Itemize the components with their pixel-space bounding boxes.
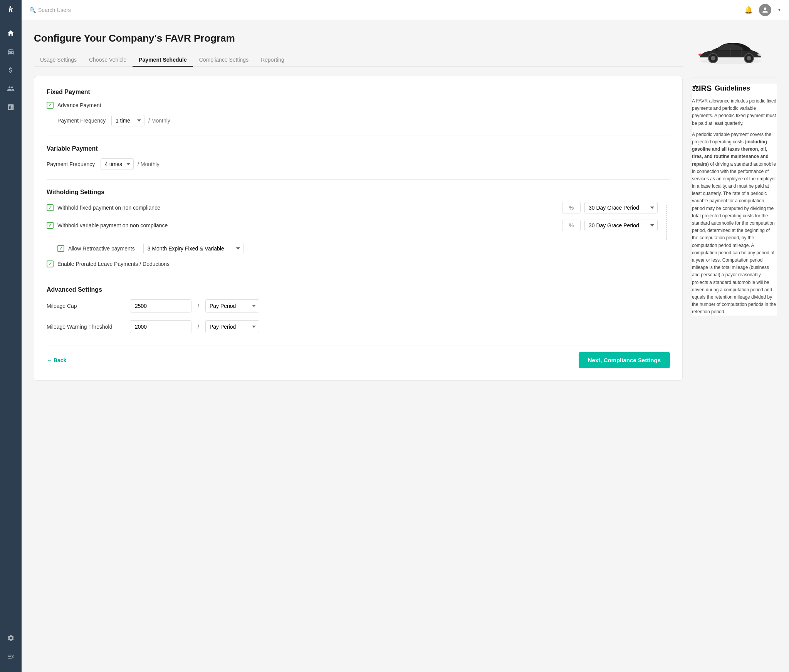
advance-payment-checkbox[interactable] xyxy=(47,102,54,109)
advanced-title: Advanced Settings xyxy=(47,286,670,293)
variable-frequency-row: Payment Frequency 1 time 2 times 4 times… xyxy=(47,158,670,170)
fixed-frequency-select[interactable]: 1 time 2 times 4 times xyxy=(111,115,144,126)
sidebar-item-home[interactable] xyxy=(3,25,18,41)
irs-header: ⚖IRS Guidelines xyxy=(692,84,777,93)
sidebar-item-users[interactable] xyxy=(3,81,18,96)
mileage-cap-input[interactable] xyxy=(130,299,191,312)
page-title: Configure Your Company's FAVR Program xyxy=(34,32,683,44)
content-area: Configure Your Company's FAVR Program Us… xyxy=(22,20,789,672)
tab-compliance-settings[interactable]: Compliance Settings xyxy=(193,54,255,67)
main-content: Configure Your Company's FAVR Program Us… xyxy=(34,32,683,660)
fixed-withhold-row: Withhold fixed payment on non compliance… xyxy=(47,202,658,213)
sidebar-item-vehicles[interactable] xyxy=(3,44,18,59)
variable-grace-select[interactable]: 30 Day Grace Period 60 Day Grace Period … xyxy=(584,220,658,231)
tab-reporting[interactable]: Reporting xyxy=(255,54,290,67)
mileage-warning-row: Mileage Warning Threshold / Pay Period M… xyxy=(47,320,670,333)
prorated-checkbox[interactable] xyxy=(47,260,54,267)
main-container: 🔍 Search Users 🔔 ▼ Configure Your Compan… xyxy=(22,0,789,672)
bell-icon[interactable]: 🔔 xyxy=(744,6,753,14)
mileage-warning-input[interactable] xyxy=(130,320,191,333)
svg-point-4 xyxy=(747,56,751,60)
variable-percent-input[interactable] xyxy=(562,220,581,231)
variable-payment-title: Variable Payment xyxy=(47,145,670,152)
fixed-payment-section: Fixed Payment Advance Payment Payment Fr… xyxy=(47,89,670,126)
search-label: Search Users xyxy=(38,7,71,13)
irs-title: Guidelines xyxy=(715,84,750,92)
tab-usage-settings[interactable]: Usage Settings xyxy=(34,54,83,67)
sidebar: k xyxy=(0,0,22,672)
tab-payment-schedule[interactable]: Payment Schedule xyxy=(133,54,193,67)
mileage-cap-row: Mileage Cap / Pay Period Monthly Quarter… xyxy=(47,299,670,312)
sidebar-item-finance[interactable] xyxy=(3,62,18,78)
variable-payment-section: Variable Payment Payment Frequency 1 tim… xyxy=(47,145,670,170)
fixed-withhold-checkbox[interactable] xyxy=(47,204,54,211)
retro-row: Allow Retroactive payments 3 Month Expir… xyxy=(47,243,670,254)
right-sidebar: ⚖IRS Guidelines A FAVR allowance include… xyxy=(692,32,777,660)
svg-point-5 xyxy=(757,54,761,56)
form-card: Fixed Payment Advance Payment Payment Fr… xyxy=(34,76,683,381)
fixed-frequency-divider: / Monthly xyxy=(148,118,170,124)
advance-payment-row: Advance Payment xyxy=(47,102,670,109)
mileage-cap-label: Mileage Cap xyxy=(47,303,124,309)
next-button[interactable]: Next, Compliance Settings xyxy=(579,352,670,368)
variable-frequency-select[interactable]: 1 time 2 times 4 times xyxy=(101,158,134,170)
irs-logo: ⚖IRS xyxy=(692,84,712,93)
sidebar-item-help[interactable] xyxy=(3,649,18,664)
bracket-line xyxy=(659,205,667,240)
fixed-payment-title: Fixed Payment xyxy=(47,89,670,96)
sidebar-item-reports[interactable] xyxy=(3,99,18,115)
avatar[interactable] xyxy=(759,4,771,16)
withholding-section: Witholding Settings Withhold fixed payme… xyxy=(47,189,670,267)
variable-withhold-label: Withhold variable payment on non complia… xyxy=(57,222,558,228)
sidebar-item-settings[interactable] xyxy=(3,630,18,646)
fixed-frequency-label: Payment Frequency xyxy=(57,118,107,124)
sidebar-divider xyxy=(692,77,777,77)
topbar-right: 🔔 ▼ xyxy=(744,4,781,16)
mileage-warning-label: Mileage Warning Threshold xyxy=(47,324,124,330)
sidebar-logo[interactable]: k xyxy=(8,5,13,15)
fixed-withhold-label: Withhold fixed payment on non compliance xyxy=(57,205,558,211)
withholding-title: Witholding Settings xyxy=(47,189,670,196)
variable-frequency-label: Payment Frequency xyxy=(47,161,97,167)
irs-text-1: A FAVR allowance includes periodic fixed… xyxy=(692,97,777,127)
search-icon: 🔍 xyxy=(29,7,36,13)
mileage-cap-divider: / xyxy=(198,303,199,309)
mileage-warning-divider: / xyxy=(198,324,199,330)
irs-text-2: A periodic variable payment covers the p… xyxy=(692,131,777,316)
variable-withhold-row: Withhold variable payment on non complia… xyxy=(47,220,658,231)
retro-checkbox[interactable] xyxy=(57,245,64,252)
back-button[interactable]: ← Back xyxy=(47,357,66,363)
car-svg xyxy=(692,34,769,69)
mileage-cap-period-select[interactable]: Pay Period Monthly Quarterly Annually xyxy=(205,299,259,312)
avatar-caret-icon[interactable]: ▼ xyxy=(777,8,781,12)
prorated-label: Enable Prorated Leave Payments / Deducti… xyxy=(57,261,170,267)
svg-point-6 xyxy=(698,54,702,56)
button-row: ← Back Next, Compliance Settings xyxy=(47,346,670,368)
advanced-section: Advanced Settings Mileage Cap / Pay Peri… xyxy=(47,286,670,333)
variable-withhold-checkbox[interactable] xyxy=(47,222,54,229)
fixed-percent-input[interactable] xyxy=(562,202,581,213)
advance-payment-label: Advance Payment xyxy=(57,102,101,108)
topbar: 🔍 Search Users 🔔 ▼ xyxy=(22,0,789,20)
fixed-frequency-row: Payment Frequency 1 time 2 times 4 times… xyxy=(47,115,670,126)
mileage-warning-period-select[interactable]: Pay Period Monthly Quarterly Annually xyxy=(205,320,259,333)
variable-frequency-divider: / Monthly xyxy=(138,161,159,167)
svg-point-2 xyxy=(711,56,715,60)
fixed-grace-select[interactable]: 30 Day Grace Period 60 Day Grace Period … xyxy=(584,202,658,213)
car-image xyxy=(692,32,769,71)
irs-box: ⚖IRS Guidelines A FAVR allowance include… xyxy=(692,84,777,316)
search-area[interactable]: 🔍 Search Users xyxy=(29,7,71,13)
retro-select[interactable]: 3 Month Expiry Fixed & Variable 1 Month … xyxy=(143,243,243,254)
retro-label: Allow Retroactive payments xyxy=(68,245,135,252)
prorated-row: Enable Prorated Leave Payments / Deducti… xyxy=(47,260,670,267)
tabs: Usage Settings Choose Vehicle Payment Sc… xyxy=(34,54,683,67)
tab-choose-vehicle[interactable]: Choose Vehicle xyxy=(83,54,133,67)
